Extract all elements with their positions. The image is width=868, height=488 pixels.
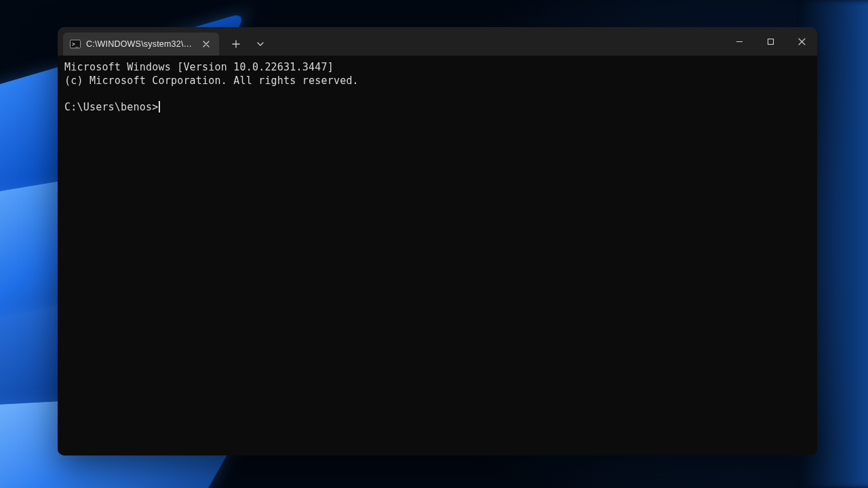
- terminal-line: (c) Microsoft Corporation. All rights re…: [64, 75, 359, 87]
- minimize-button[interactable]: [724, 27, 755, 56]
- maximize-button[interactable]: [755, 27, 786, 56]
- terminal-line: Microsoft Windows [Version 10.0.22631.34…: [64, 61, 334, 73]
- tab-dropdown-button[interactable]: [249, 33, 272, 56]
- terminal-prompt: C:\Users\benos>: [64, 101, 158, 113]
- close-window-button[interactable]: [786, 27, 817, 56]
- close-icon: [203, 41, 210, 47]
- close-icon: [798, 38, 806, 45]
- tab-close-button[interactable]: [200, 38, 212, 50]
- text-cursor: [159, 101, 160, 113]
- window-controls: [724, 27, 817, 56]
- chevron-down-icon: [257, 41, 264, 47]
- titlebar-drag-region[interactable]: [272, 27, 724, 56]
- tab-cmd[interactable]: >_ C:\WINDOWS\system32\CMD: [63, 33, 219, 56]
- titlebar[interactable]: >_ C:\WINDOWS\system32\CMD: [58, 27, 817, 56]
- tab-strip: >_ C:\WINDOWS\system32\CMD: [58, 27, 272, 56]
- terminal-window: >_ C:\WINDOWS\system32\CMD: [58, 27, 817, 455]
- maximize-icon: [767, 38, 774, 45]
- svg-rect-2: [768, 39, 773, 44]
- terminal-output[interactable]: Microsoft Windows [Version 10.0.22631.34…: [58, 56, 817, 455]
- svg-text:>_: >_: [72, 41, 79, 47]
- tab-title: C:\WINDOWS\system32\CMD: [86, 39, 195, 49]
- minimize-icon: [736, 38, 743, 45]
- new-tab-button[interactable]: [224, 33, 248, 56]
- cmd-icon: >_: [70, 39, 81, 49]
- plus-icon: [232, 40, 240, 48]
